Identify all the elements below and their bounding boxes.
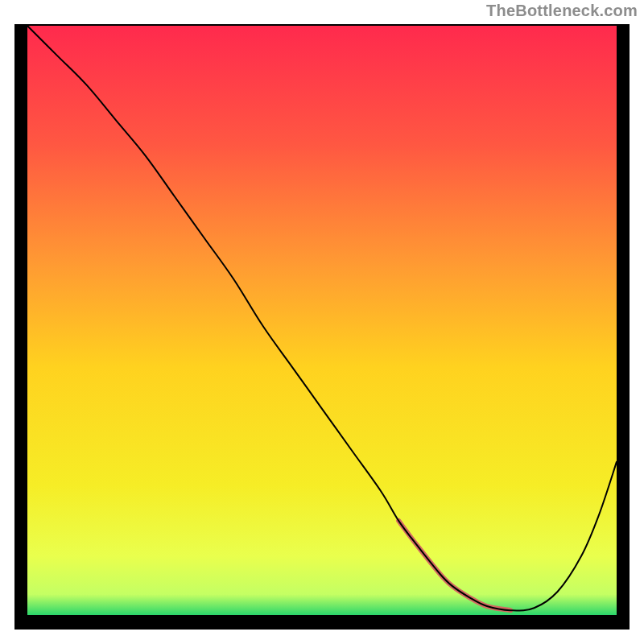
plot-svg [27, 26, 617, 615]
gradient-background [27, 26, 617, 615]
chart-frame: TheBottleneck.com [0, 0, 644, 644]
plot-border [14, 24, 630, 630]
attribution-text: TheBottleneck.com [486, 2, 638, 20]
plot-area [27, 26, 617, 615]
